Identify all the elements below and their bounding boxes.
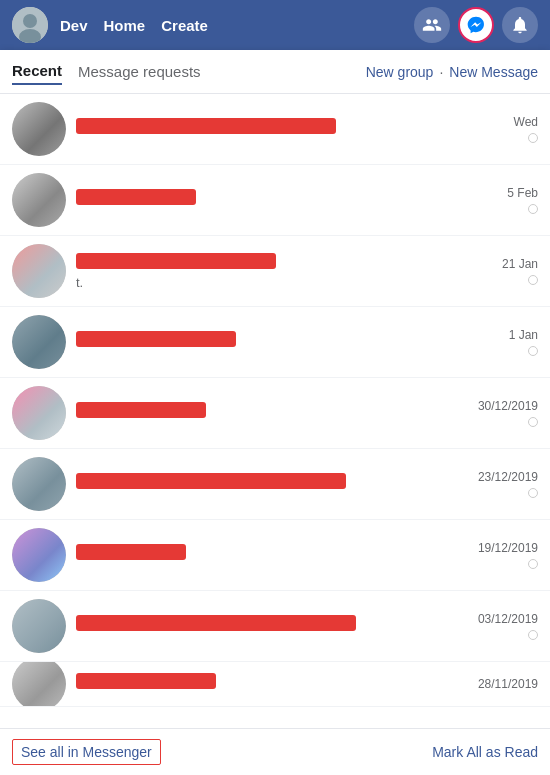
avatar xyxy=(12,173,66,227)
notifications-icon-button[interactable] xyxy=(502,7,538,43)
message-item[interactable]: Wed xyxy=(0,94,550,165)
message-content xyxy=(76,331,501,353)
separator: · xyxy=(439,64,443,80)
read-indicator xyxy=(528,488,538,498)
message-content xyxy=(76,473,470,495)
user-avatar[interactable] xyxy=(12,7,48,43)
message-meta: 03/12/2019 xyxy=(478,612,538,640)
avatar xyxy=(12,315,66,369)
message-date: 21 Jan xyxy=(502,257,538,271)
redacted-name xyxy=(76,189,196,205)
message-meta: 1 Jan xyxy=(509,328,538,356)
redacted-name xyxy=(76,544,186,560)
message-content xyxy=(76,615,470,637)
read-indicator xyxy=(528,559,538,569)
message-meta: 21 Jan xyxy=(502,257,538,285)
avatar xyxy=(12,244,66,298)
panel-header: Recent Message requests New group · New … xyxy=(0,50,550,94)
redacted-name xyxy=(76,253,276,269)
message-meta: 23/12/2019 xyxy=(478,470,538,498)
message-meta: Wed xyxy=(514,115,538,143)
panel-footer: See all in Messenger Mark All as Read xyxy=(0,728,550,775)
see-all-messenger-button[interactable]: See all in Messenger xyxy=(12,739,161,765)
message-date: 28/11/2019 xyxy=(478,677,538,691)
message-item[interactable]: 28/11/2019 xyxy=(0,662,550,707)
friends-icon-button[interactable] xyxy=(414,7,450,43)
avatar xyxy=(12,102,66,156)
message-content: t. xyxy=(76,253,494,290)
redacted-name xyxy=(76,615,356,631)
redacted-name xyxy=(76,673,216,689)
read-indicator xyxy=(528,630,538,640)
new-group-link[interactable]: New group xyxy=(366,64,434,80)
preview-text: t. xyxy=(76,275,494,290)
message-date: 30/12/2019 xyxy=(478,399,538,413)
message-date: 19/12/2019 xyxy=(478,541,538,555)
message-content xyxy=(76,544,470,566)
redacted-name xyxy=(76,473,346,489)
message-item[interactable]: 5 Feb xyxy=(0,165,550,236)
redacted-name xyxy=(76,118,336,134)
messenger-dropdown: Recent Message requests New group · New … xyxy=(0,50,550,775)
message-content xyxy=(76,402,470,424)
tab-recent[interactable]: Recent xyxy=(12,58,62,85)
nav-links: Dev Home Create xyxy=(60,17,208,34)
message-item[interactable]: 19/12/2019 xyxy=(0,520,550,591)
redacted-name xyxy=(76,402,206,418)
avatar xyxy=(12,528,66,582)
read-indicator xyxy=(528,346,538,356)
tab-message-requests[interactable]: Message requests xyxy=(78,59,201,84)
message-meta: 19/12/2019 xyxy=(478,541,538,569)
nav-link-home[interactable]: Home xyxy=(104,17,146,34)
message-meta: 28/11/2019 xyxy=(478,677,538,691)
redacted-name xyxy=(76,331,236,347)
panel-header-actions: New group · New Message xyxy=(366,64,538,80)
read-indicator xyxy=(528,417,538,427)
message-item[interactable]: t. 21 Jan xyxy=(0,236,550,307)
message-meta: 30/12/2019 xyxy=(478,399,538,427)
nav-link-create[interactable]: Create xyxy=(161,17,208,34)
message-date: 03/12/2019 xyxy=(478,612,538,626)
message-date: 23/12/2019 xyxy=(478,470,538,484)
message-item[interactable]: 30/12/2019 xyxy=(0,378,550,449)
avatar xyxy=(12,457,66,511)
svg-point-1 xyxy=(23,14,37,28)
message-content xyxy=(76,118,506,140)
navbar: Dev Home Create xyxy=(0,0,550,50)
message-content xyxy=(76,189,499,211)
new-message-link[interactable]: New Message xyxy=(449,64,538,80)
message-date: Wed xyxy=(514,115,538,129)
message-content xyxy=(76,673,470,695)
read-indicator xyxy=(528,133,538,143)
message-item[interactable]: 03/12/2019 xyxy=(0,591,550,662)
message-meta: 5 Feb xyxy=(507,186,538,214)
message-list: Wed 5 Feb t. xyxy=(0,94,550,728)
nav-link-dev[interactable]: Dev xyxy=(60,17,88,34)
avatar xyxy=(12,386,66,440)
avatar xyxy=(12,599,66,653)
message-date: 5 Feb xyxy=(507,186,538,200)
message-item[interactable]: 1 Jan xyxy=(0,307,550,378)
message-item[interactable]: 23/12/2019 xyxy=(0,449,550,520)
read-indicator xyxy=(528,275,538,285)
avatar xyxy=(12,662,66,707)
nav-icons xyxy=(414,7,538,43)
read-indicator xyxy=(528,204,538,214)
message-date: 1 Jan xyxy=(509,328,538,342)
messenger-icon-button[interactable] xyxy=(458,7,494,43)
mark-all-read-button[interactable]: Mark All as Read xyxy=(432,744,538,760)
